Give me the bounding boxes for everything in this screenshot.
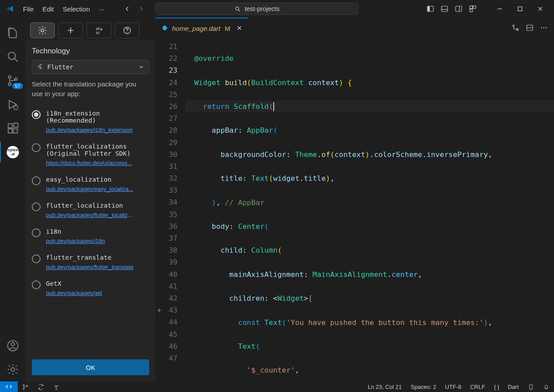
- dart-file-icon: [162, 25, 169, 32]
- status-spaces[interactable]: Spaces: 2: [406, 381, 441, 392]
- option-link[interactable]: pub.dev/packages/i18n: [46, 238, 105, 244]
- nav-back-icon[interactable]: [121, 3, 133, 15]
- split-editor-icon[interactable]: [526, 24, 534, 32]
- option-link[interactable]: pub.dev/packages/flutter_translate: [46, 264, 134, 270]
- activity-extensions-icon[interactable]: [0, 116, 26, 140]
- status-notifications[interactable]: [539, 381, 554, 392]
- svg-point-38: [23, 388, 24, 389]
- svg-point-42: [531, 388, 531, 388]
- option-getx[interactable]: GetX pub.dev/packages/get: [32, 275, 149, 301]
- menu-more[interactable]: ···: [94, 4, 109, 15]
- gutter-add-icon[interactable]: +: [157, 304, 162, 316]
- menu-file[interactable]: File: [19, 4, 38, 15]
- activity-account-icon[interactable]: [0, 334, 26, 358]
- window-minimize-icon[interactable]: [490, 2, 510, 16]
- svg-point-17: [14, 105, 18, 109]
- option-easy-localization[interactable]: easy_localization pub.dev/packages/easy_…: [32, 171, 149, 197]
- panel-tabbar: abac: [26, 18, 155, 40]
- option-link[interactable]: pub.dev/packages/flutter_localiza...: [46, 212, 134, 218]
- status-sync[interactable]: [33, 381, 49, 392]
- panel-tab-add[interactable]: [58, 22, 83, 38]
- bell-icon: [543, 384, 550, 390]
- status-device[interactable]: [523, 381, 539, 392]
- package-options: i18n_extension (Recommended) pub.dev/pac…: [32, 105, 149, 357]
- option-link[interactable]: https://docs.flutter.dev/ui/access...: [46, 160, 134, 166]
- option-i18n-extension[interactable]: i18n_extension (Recommended) pub.dev/pac…: [32, 105, 149, 138]
- vscode-logo-icon: [4, 4, 19, 13]
- radio-icon: [32, 110, 41, 119]
- svg-point-40: [56, 385, 57, 387]
- option-link[interactable]: pub.dev/packages/get: [46, 290, 102, 296]
- line-gutter: 2122232425262728293031323334353637383940…: [155, 38, 185, 381]
- toggle-primary-sidebar-icon[interactable]: [424, 3, 437, 15]
- radio-icon: [32, 202, 41, 211]
- status-eol[interactable]: CRLF: [466, 381, 490, 392]
- svg-rect-2: [427, 6, 430, 11]
- technology-select[interactable]: Flutter: [32, 60, 149, 74]
- chevron-down-icon: [138, 64, 144, 70]
- svg-point-35: [543, 27, 544, 28]
- close-tab-icon[interactable]: ✕: [237, 24, 242, 32]
- activity-source-control-icon[interactable]: 57: [0, 69, 26, 93]
- svg-point-36: [546, 27, 546, 28]
- radio-icon: [32, 143, 41, 152]
- option-link[interactable]: pub.dev/packages/easy_localiza...: [46, 186, 133, 192]
- radio-icon: [32, 254, 41, 263]
- compare-changes-icon[interactable]: [512, 24, 520, 32]
- svg-point-13: [8, 52, 15, 60]
- ok-button[interactable]: OK: [32, 359, 149, 375]
- option-flutter-translate[interactable]: flutter_translate pub.dev/packages/flutt…: [32, 249, 149, 275]
- option-flutter-localization[interactable]: flutter_localization pub.dev/packages/fl…: [32, 197, 149, 223]
- svg-point-14: [8, 76, 11, 78]
- svg-point-29: [127, 32, 128, 33]
- command-center-search[interactable]: test-projects: [155, 3, 358, 15]
- braces-icon: { }: [494, 384, 499, 390]
- editor: home_page.dart M ✕ 212223242526272829303…: [155, 18, 554, 381]
- device-icon: [528, 384, 534, 390]
- status-bar: Ln 23, Col 21 Spaces: 2 UTF-8 CRLF { } D…: [0, 381, 554, 392]
- extension-panel: abac Technology Flutter Select the trans…: [26, 18, 155, 381]
- svg-rect-18: [8, 124, 12, 128]
- status-encoding[interactable]: UTF-8: [441, 381, 466, 392]
- svg-point-23: [11, 343, 14, 346]
- nav-forward-icon[interactable]: [135, 3, 147, 15]
- nav-group: [121, 3, 147, 15]
- window-maximize-icon[interactable]: [510, 2, 530, 16]
- radio-icon: [32, 176, 41, 185]
- select-value: Flutter: [47, 63, 73, 71]
- remote-indicator-icon[interactable]: [0, 381, 18, 392]
- toggle-secondary-sidebar-icon[interactable]: [452, 3, 465, 15]
- scm-badge: 57: [12, 83, 23, 89]
- svg-rect-20: [13, 129, 17, 133]
- panel-tab-replace[interactable]: abac: [87, 22, 111, 38]
- status-language[interactable]: { } Dart: [490, 381, 523, 392]
- option-flutter-localizations[interactable]: flutter_localizations (Original Flutter …: [32, 138, 149, 171]
- status-cursor-position[interactable]: Ln 23, Col 21: [363, 381, 406, 392]
- editor-tab-home-page[interactable]: home_page.dart M ✕: [155, 18, 249, 38]
- panel-instruction: Select the translation package you use i…: [32, 79, 149, 98]
- menu-edit[interactable]: Edit: [38, 4, 58, 15]
- sync-icon: [38, 384, 44, 390]
- svg-point-34: [541, 27, 542, 28]
- svg-rect-9: [473, 6, 476, 8]
- activity-explorer-icon[interactable]: [0, 21, 26, 45]
- menu-selection[interactable]: Selection: [58, 4, 94, 15]
- panel-tab-help[interactable]: [115, 22, 139, 38]
- customize-layout-icon[interactable]: [467, 3, 479, 15]
- option-link[interactable]: pub.dev/packages/i18n_extension: [46, 127, 134, 133]
- status-broadcast[interactable]: [49, 381, 64, 392]
- code-view[interactable]: 2122232425262728293031323334353637383940…: [155, 38, 554, 381]
- find-replace-icon: abac: [94, 26, 104, 35]
- activity-search-icon[interactable]: [0, 45, 26, 69]
- search-icon: [234, 6, 241, 12]
- status-git-branch[interactable]: [18, 381, 33, 392]
- activity-run-debug-icon[interactable]: [0, 93, 26, 116]
- code-content[interactable]: @override Widget build(BuildContext cont…: [185, 38, 554, 381]
- more-actions-icon[interactable]: [540, 24, 548, 32]
- panel-tab-settings[interactable]: [30, 22, 55, 38]
- option-i18n[interactable]: i18n pub.dev/packages/i18n: [32, 223, 149, 249]
- activity-settings-icon[interactable]: [0, 358, 26, 381]
- toggle-panel-icon[interactable]: [438, 3, 451, 15]
- window-close-icon[interactable]: [530, 2, 550, 16]
- activity-mytext-extension[interactable]: mytext .ai: [0, 140, 26, 164]
